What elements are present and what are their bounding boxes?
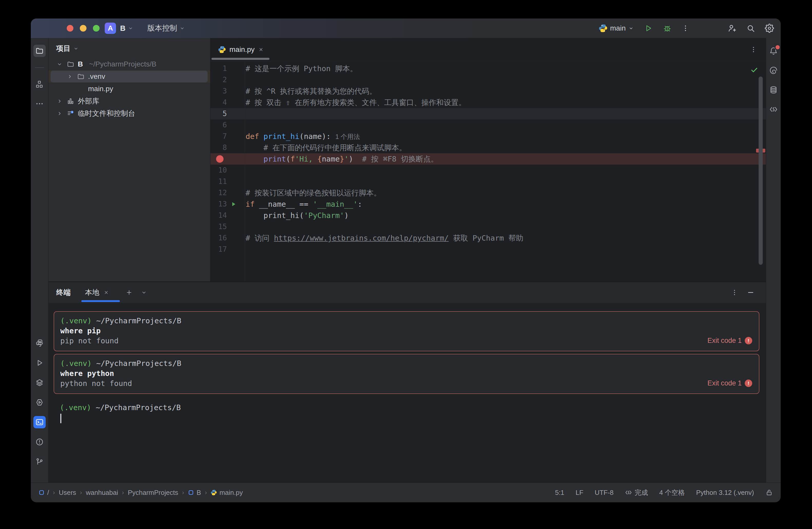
line-number[interactable]: 13	[211, 199, 227, 210]
terminal-prompt: (.venv) ~/PycharmProjects/B	[60, 316, 753, 326]
bell-icon[interactable]	[767, 45, 780, 57]
project-panel-header[interactable]: 项目	[48, 38, 210, 58]
tree-item-main.py[interactable]: main.py	[48, 83, 210, 95]
terminal-prompt-block: (.venv) ~/PycharmProjects/B	[54, 399, 759, 429]
line-number[interactable]: 17	[211, 244, 227, 255]
layers-icon[interactable]	[33, 376, 46, 389]
ai-swirl-icon[interactable]	[767, 64, 780, 76]
terminal-icon[interactable]	[33, 416, 46, 428]
line-number[interactable]: 8	[211, 142, 227, 153]
database-icon[interactable]	[767, 84, 780, 96]
status-widget-label: Python 3.12 (.venv)	[696, 489, 754, 497]
line-number[interactable]: 7	[211, 131, 227, 142]
more-h-icon[interactable]	[33, 98, 46, 110]
branch-icon[interactable]	[33, 456, 46, 468]
python-file-icon	[211, 489, 217, 496]
code-token: '__main__'	[313, 200, 358, 209]
breadcrumb-item[interactable]: Users	[59, 489, 76, 497]
run-gutter-icon[interactable]	[230, 201, 237, 208]
problems-icon[interactable]	[33, 436, 46, 448]
terminal-options-icon[interactable]	[731, 289, 738, 296]
line-number[interactable]: 15	[211, 221, 227, 232]
code-token: # 这是一个示例 Python 脚本。	[246, 64, 358, 73]
unlock-icon	[765, 489, 773, 496]
line-number[interactable]: 12	[211, 187, 227, 199]
line-number[interactable]: 4	[211, 97, 227, 108]
editor-scrollbar[interactable]	[759, 76, 763, 265]
close-window-button[interactable]	[67, 25, 73, 32]
code-s-icon[interactable]	[767, 103, 780, 116]
minimize-window-button[interactable]	[80, 25, 86, 32]
zoom-window-button[interactable]	[93, 25, 100, 32]
terminal-tab-local[interactable]: 本地	[81, 282, 113, 303]
python-outline-icon[interactable]	[33, 337, 46, 349]
tree-item-b[interactable]: B~/PycharmProjects/B	[48, 58, 210, 70]
code-with-me-icon[interactable]	[727, 24, 737, 33]
module-icon	[188, 489, 194, 496]
status-widget[interactable]: UTF-8	[595, 489, 614, 497]
cwd-path: ~/PycharmProjects/B	[92, 359, 181, 368]
line-number[interactable]: 11	[211, 176, 227, 187]
terminal-title: 终端	[56, 288, 71, 297]
more-actions-icon[interactable]	[682, 24, 689, 32]
code-editor[interactable]: 1716# 访问 https://www.jetbrains.com/help/…	[211, 61, 766, 282]
vcs-menu[interactable]: 版本控制	[147, 23, 185, 33]
hide-terminal-icon[interactable]	[747, 289, 755, 296]
tree-item-[interactable]: 外部库	[48, 95, 210, 108]
line-number[interactable]: 5	[211, 108, 227, 119]
breadcrumb-label: wanhuabai	[86, 489, 118, 497]
status-widget[interactable]: Python 3.12 (.venv)	[696, 489, 754, 497]
breadcrumb-item[interactable]: main.py	[211, 489, 243, 497]
breadcrumb-item[interactable]: /	[39, 489, 49, 497]
play-icon[interactable]	[33, 357, 46, 369]
chevron-down-icon[interactable]	[56, 61, 63, 67]
inspections-ok-icon[interactable]	[750, 66, 759, 74]
editor-options-icon[interactable]	[750, 46, 757, 53]
status-widget[interactable]: LF	[576, 489, 583, 497]
library-icon	[67, 97, 75, 105]
code-text: # 按 双击 ⇧ 在所有地方搜索类、文件、工具窗口、操作和设置。	[246, 97, 466, 108]
chevron-right-icon[interactable]	[56, 98, 63, 104]
line-number[interactable]: 6	[211, 119, 227, 131]
line-number[interactable]: 14	[211, 210, 227, 221]
folder-icon[interactable]	[33, 45, 46, 57]
close-terminal-tab-icon[interactable]	[103, 290, 109, 295]
breadcrumb-item[interactable]: wanhuabai	[86, 489, 118, 497]
status-widget[interactable]: 5:1	[555, 489, 564, 497]
run-configuration-selector[interactable]: main	[599, 24, 634, 33]
line-number[interactable]: 3	[211, 86, 227, 97]
line-number[interactable]: 16	[211, 232, 227, 244]
hex-play-icon[interactable]	[33, 396, 46, 409]
breadcrumb-label: PycharmProjects	[128, 489, 178, 497]
line-number[interactable]: 2	[211, 74, 227, 86]
breadcrumb-separator: ›	[80, 489, 82, 496]
tree-item-[interactable]: 临时文件和控制台	[48, 108, 210, 120]
line-number[interactable]: 1	[211, 63, 227, 74]
terminal-type-chevron-icon[interactable]	[141, 289, 147, 296]
project-selector[interactable]: B	[120, 24, 133, 33]
chevron-right-icon[interactable]	[66, 73, 74, 80]
module-icon	[39, 489, 45, 496]
debug-button[interactable]	[663, 24, 672, 33]
breadcrumb-item[interactable]: PycharmProjects	[128, 489, 178, 497]
breadcrumb-label: /	[47, 489, 49, 497]
new-terminal-icon[interactable]	[126, 289, 133, 296]
status-widget[interactable]: 完成	[625, 488, 648, 497]
code-token: }	[340, 155, 344, 163]
close-tab-icon[interactable]	[258, 47, 264, 52]
structure-icon[interactable]	[33, 78, 46, 90]
breakpoint-icon[interactable]	[216, 155, 223, 163]
breadcrumb-item[interactable]: B	[188, 489, 201, 497]
terminal-output[interactable]: (.venv) ~/PycharmProjects/Bwhere pippip …	[48, 303, 766, 483]
code-text: # 访问 https://www.jetbrains.com/help/pych…	[246, 232, 523, 244]
chevron-down-icon	[179, 25, 185, 31]
run-button[interactable]	[644, 24, 653, 33]
line-number[interactable]: 10	[211, 165, 227, 176]
chevron-right-icon[interactable]	[56, 111, 63, 117]
lock-widget[interactable]	[765, 489, 773, 496]
status-widget[interactable]: 4 个空格	[659, 488, 685, 497]
search-everywhere-icon[interactable]	[746, 24, 755, 33]
settings-gear-icon[interactable]	[765, 24, 774, 33]
tree-item-.venv[interactable]: .venv	[48, 70, 210, 83]
comment-link[interactable]: https://www.jetbrains.com/help/pycharm/	[274, 234, 449, 242]
